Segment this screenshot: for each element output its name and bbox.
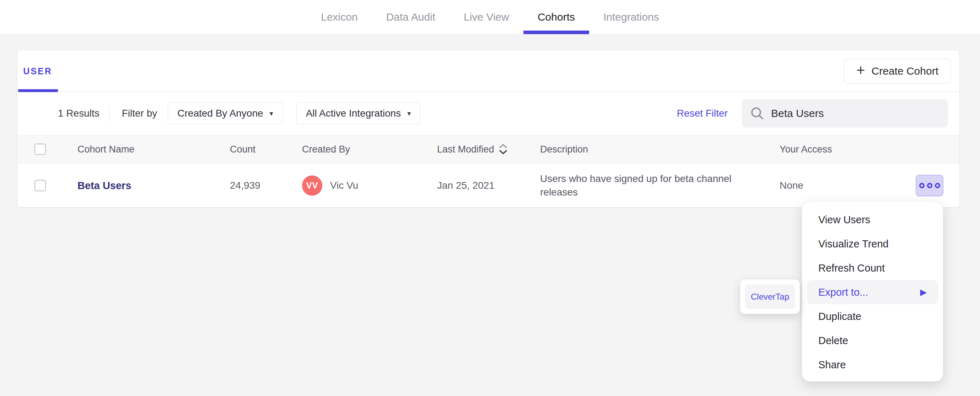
integrations-dropdown[interactable]: All Active Integrations ▾ — [296, 102, 421, 125]
header-your-access: Your Access — [780, 144, 832, 155]
cohort-type-tabs: USER + Create Cohort — [18, 51, 959, 92]
create-cohort-button[interactable]: + Create Cohort — [844, 59, 951, 83]
submenu-item-clevertap[interactable]: CleverTap — [745, 284, 795, 309]
chevron-down-icon: ▾ — [270, 109, 273, 118]
created-by-dropdown[interactable]: Created By Anyone ▾ — [168, 102, 283, 125]
header-last-modified[interactable]: Last Modified — [437, 143, 508, 156]
row-checkbox[interactable] — [35, 180, 46, 191]
nav-tab-cohorts[interactable]: Cohorts — [538, 0, 575, 34]
active-tab-underline — [523, 30, 589, 34]
tab-user[interactable]: USER — [18, 51, 58, 92]
reset-filter-link[interactable]: Reset Filter — [677, 108, 728, 119]
top-navigation: Lexicon Data Audit Live View Cohorts Int… — [0, 0, 980, 35]
ellipsis-icon — [935, 183, 940, 188]
ellipsis-icon — [927, 183, 932, 188]
search-input[interactable] — [771, 107, 940, 120]
header-created-by: Created By — [302, 144, 350, 155]
table-header: Cohort Name Count Created By Last Modifi… — [18, 135, 959, 163]
divider — [110, 105, 110, 121]
tab-user-label: USER — [23, 66, 52, 77]
menu-item-visualize-trend[interactable]: Visualize Trend — [807, 232, 938, 256]
menu-item-share[interactable]: Share — [807, 353, 938, 377]
created-by-dropdown-value: Created By Anyone — [177, 108, 263, 119]
description-cell: Users who have signed up for beta channe… — [540, 172, 759, 199]
nav-tab-lexicon[interactable]: Lexicon — [321, 0, 358, 34]
created-by-cell: VV Vic Vu — [302, 175, 358, 195]
row-actions-button[interactable] — [916, 174, 943, 196]
last-modified-cell: Jan 25, 2021 — [437, 180, 495, 191]
cohort-count: 24,939 — [230, 180, 261, 191]
sort-icon[interactable] — [498, 143, 508, 156]
menu-item-delete[interactable]: Delete — [807, 329, 938, 353]
results-count: 1 Results — [58, 108, 100, 119]
filter-bar: 1 Results Filter by Created By Anyone ▾ … — [18, 92, 959, 135]
menu-item-view-users[interactable]: View Users — [807, 208, 938, 232]
user-tab-underline — [18, 89, 58, 92]
header-count: Count — [230, 144, 256, 155]
created-by-name: Vic Vu — [330, 180, 358, 191]
menu-item-export-to[interactable]: Export to... ▶ — [807, 280, 938, 304]
header-description: Description — [540, 144, 588, 155]
cohort-search[interactable] — [742, 99, 948, 128]
header-cohort-name: Cohort Name — [78, 144, 135, 155]
select-all-checkbox[interactable] — [35, 144, 46, 155]
row-context-menu: View Users Visualize Trend Refresh Count… — [802, 202, 943, 382]
cohorts-panel: USER + Create Cohort 1 Results Filter by… — [18, 51, 959, 207]
create-cohort-label: Create Cohort — [872, 65, 939, 77]
nav-tab-data-audit[interactable]: Data Audit — [386, 0, 435, 34]
filter-by-label: Filter by — [122, 108, 158, 119]
menu-item-export-to-label: Export to... — [818, 286, 868, 298]
plus-icon: + — [856, 63, 865, 78]
submenu-arrow-icon: ▶ — [920, 287, 927, 297]
menu-item-duplicate[interactable]: Duplicate — [807, 304, 938, 329]
table-row: Beta Users 24,939 VV Vic Vu Jan 25, 2021… — [18, 163, 959, 207]
export-submenu: CleverTap — [740, 279, 800, 314]
cohort-name-link[interactable]: Beta Users — [78, 179, 132, 191]
search-icon — [751, 107, 764, 120]
header-last-modified-label: Last Modified — [437, 144, 494, 155]
ellipsis-icon — [919, 183, 924, 188]
nav-tab-cohorts-label: Cohorts — [538, 11, 575, 23]
access-cell: None — [780, 180, 803, 191]
nav-tab-live-view[interactable]: Live View — [464, 0, 509, 34]
nav-tab-integrations[interactable]: Integrations — [603, 0, 659, 34]
integrations-dropdown-value: All Active Integrations — [306, 108, 401, 119]
chevron-down-icon: ▾ — [407, 109, 411, 118]
menu-item-refresh-count[interactable]: Refresh Count — [807, 256, 938, 280]
avatar: VV — [302, 175, 322, 195]
